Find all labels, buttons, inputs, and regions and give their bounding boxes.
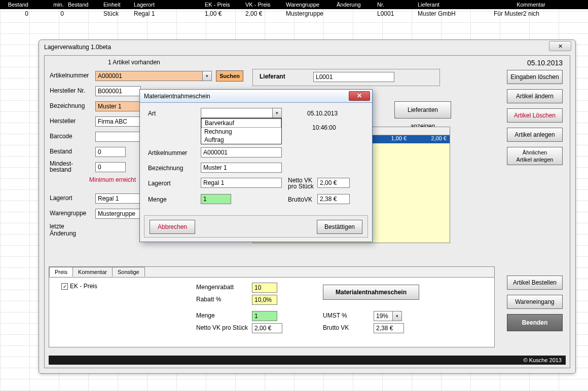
lbl-lagerort: Lagerort — [50, 194, 72, 202]
tab-kommentar[interactable]: Kommentar — [72, 267, 113, 277]
dlg-time: 10:46:00 — [312, 124, 336, 131]
field-netto-tab[interactable]: 2,00 € — [252, 323, 282, 333]
checkbox-icon: ✓ — [61, 283, 68, 290]
dlg-bestaetigen-button[interactable]: Bestättigen — [317, 220, 362, 234]
field-lieferant[interactable]: L0001 — [313, 72, 394, 82]
field-brutto-tab[interactable]: 2,38 € — [374, 323, 404, 333]
window-close-button[interactable]: ✕ — [549, 41, 571, 51]
field-mindestbestand[interactable]: 0 — [95, 162, 126, 172]
beenden-button[interactable]: Beenden — [507, 314, 563, 331]
dlg-lbl-menge: Menge — [148, 196, 167, 203]
status-text: 1 Artikel vorhanden — [108, 59, 160, 66]
dlg-lbl-bezeichnung: Bezeichnung — [148, 165, 183, 172]
tab-preis[interactable]: Preis — [49, 267, 73, 277]
lbl-umst: UMST % — [323, 312, 347, 319]
dlg-field-bezeichnung[interactable]: Muster 1 — [201, 163, 282, 173]
aehnlichen-artikel-button[interactable]: ÄhnlichenArtikel anlegen — [507, 147, 563, 165]
lbl-lieferant: Lieferant — [260, 73, 285, 80]
tab-body-preis: ✓EK - Preis Mengenrabatt 10 Rabatt % 10,… — [49, 277, 494, 347]
dlg-field-netto[interactable]: 2,00 € — [317, 178, 350, 188]
artikel-bestellen-button[interactable]: Artikel Bestellen — [507, 276, 563, 290]
lbl-herstellernr: Hersteller Nr. — [50, 87, 85, 94]
sheet-header: Bestand min. Bestand Einheit Lagerort EK… — [0, 0, 588, 9]
option-rechnung[interactable]: Rechnung — [201, 128, 281, 136]
lbl-mengenrabatt: Mengenrabatt — [196, 284, 234, 291]
suchen-button[interactable]: Suchen — [216, 70, 243, 82]
field-menge-tab[interactable]: 1 — [252, 311, 277, 321]
dlg-field-lagerort[interactable]: Regal 1 — [201, 178, 282, 188]
lbl-bestand: Bestand — [50, 148, 72, 155]
ek-preis-checkbox[interactable]: ✓EK - Preis — [61, 283, 97, 290]
dlg-abbrechen-button[interactable]: Abbrechen — [150, 220, 195, 234]
field-warengruppe[interactable]: Mustergruppe — [95, 209, 141, 219]
dlg-lbl-netto-2: pro Stück — [288, 183, 314, 190]
dlg-lbl-lagerort: Lagerort — [148, 180, 171, 187]
art-dropdown-list[interactable]: Barverkauf Rechnung Auftrag — [201, 118, 282, 144]
lbl-bezeichnung: Bezeichnung — [50, 102, 85, 109]
field-herstellernr[interactable]: B000001 — [95, 86, 141, 96]
lbl-barcode: Barcode — [50, 133, 72, 140]
chevron-down-icon[interactable] — [392, 311, 401, 321]
tabs-container: Preis Kommentar Sonstige ✓EK - Preis Men… — [49, 266, 495, 347]
lbl-menge-tab: Menge — [196, 312, 215, 319]
material-dialog: Materialentnahmeschein ✕ Art 05.10.2013 … — [139, 89, 373, 242]
window-title: Lagerverwaltung 1.0beta — [44, 44, 111, 51]
option-auftrag[interactable]: Auftrag — [201, 136, 281, 144]
wareneingang-button[interactable]: Wareneingang — [507, 295, 563, 309]
field-barcode[interactable] — [95, 132, 141, 142]
dlg-date: 05.10.2013 — [307, 110, 338, 117]
dlg-lbl-brutto: BruttoVK — [288, 196, 312, 203]
dlg-field-menge[interactable]: 1 — [201, 194, 231, 204]
lbl-netto-tab: Netto VK pro Stück — [196, 324, 248, 331]
warning-minimum: Minimum erreicht — [89, 176, 136, 183]
lbl-warengruppe: Warengruppe — [50, 210, 86, 217]
materialentnahmeschein-button[interactable]: Materialentnahmeschein — [323, 285, 419, 300]
chevron-down-icon[interactable] — [272, 108, 281, 118]
artikel-aendern-button[interactable]: Artikel ändern — [507, 89, 563, 103]
lbl-rabatt: Rabatt % — [196, 296, 221, 303]
field-rabatt[interactable]: 10,0% — [252, 295, 277, 305]
footer-copyright: © Kusche 2013 — [49, 356, 566, 365]
dialog-title: Materialentnahmeschein — [144, 93, 210, 100]
field-hersteller[interactable]: Firma ABC — [95, 116, 141, 127]
titlebar: Lagerverwaltung 1.0beta — [39, 40, 575, 54]
dialog-close-button[interactable]: ✕ — [349, 91, 370, 101]
field-mengenrabatt[interactable]: 10 — [252, 283, 277, 293]
lbl-letzte-1: letzte — [50, 223, 64, 230]
field-artikelnummer[interactable]: A000001 — [95, 71, 212, 81]
artikel-anlegen-button[interactable]: Artikel anlegen — [507, 128, 563, 142]
tab-sonstige[interactable]: Sonstige — [112, 267, 145, 277]
dlg-field-artikelnummer[interactable]: A000001 — [201, 147, 282, 158]
eingaben-loeschen-button[interactable]: Eingaben löschen — [507, 70, 563, 84]
lbl-brutto-tab: Brutto VK — [323, 324, 349, 331]
lbl-artikelnummer: Artikelnummer — [50, 72, 89, 79]
field-bezeichnung[interactable]: Muster 1 — [95, 101, 141, 111]
dlg-field-art[interactable] — [201, 108, 282, 118]
window-date: 05.10.2013 — [527, 59, 563, 67]
chevron-down-icon[interactable] — [202, 71, 211, 81]
field-lagerort[interactable]: Regal 1 — [95, 193, 141, 204]
dlg-button-bar: Abbrechen Bestättigen — [144, 215, 368, 238]
lieferanten-anzeigen-button[interactable]: Lieferanten anzeigen — [394, 101, 451, 119]
sheet-data-row: 0 0 Stück Regal 1 1,00 € 2,00 € Mustergr… — [0, 9, 588, 18]
lbl-letzte-2: Änderung — [50, 230, 76, 237]
artikel-loeschen-button[interactable]: Artikel Löschen — [507, 108, 563, 123]
option-barverkauf[interactable]: Barverkauf — [201, 119, 281, 128]
dlg-lbl-artikelnummer: Artikelnummer — [148, 149, 187, 157]
dlg-lbl-art: Art — [148, 110, 156, 117]
lbl-mindest-2: bestand — [50, 166, 71, 173]
dlg-field-brutto[interactable]: 2,38 € — [317, 194, 350, 204]
lbl-hersteller: Hersteller — [50, 118, 76, 125]
dialog-titlebar: Materialentnahmeschein ✕ — [140, 90, 372, 103]
field-umst[interactable]: 19% — [374, 311, 402, 321]
field-bestand[interactable]: 0 — [95, 147, 126, 157]
